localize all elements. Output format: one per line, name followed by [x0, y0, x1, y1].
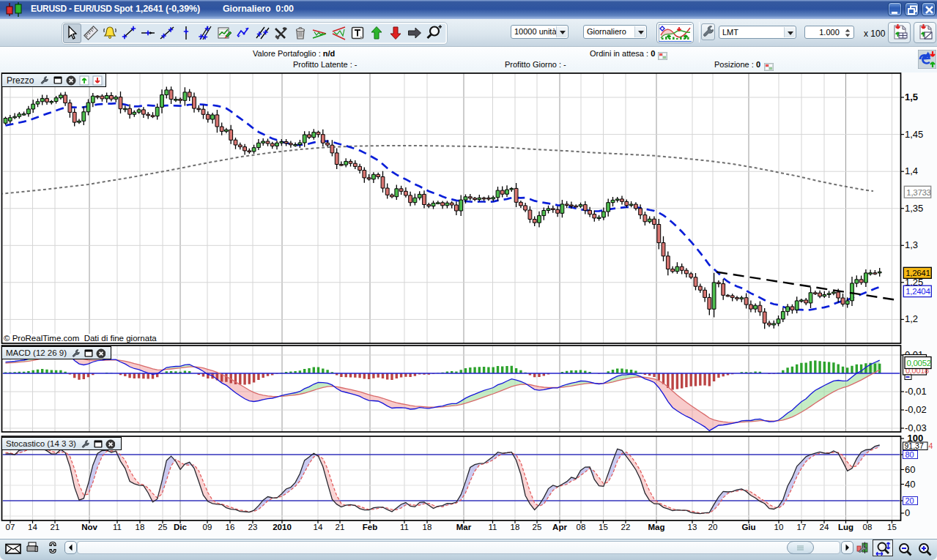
svg-text:21: 21	[51, 523, 60, 531]
svg-text:80: 80	[905, 450, 914, 459]
svg-text:15: 15	[887, 523, 897, 531]
svg-text:Mar: Mar	[456, 523, 472, 531]
svg-text:1,35: 1,35	[905, 203, 923, 214]
svg-text:91,37: 91,37	[905, 441, 924, 450]
svg-text:15: 15	[599, 523, 608, 531]
svg-text:1,2641: 1,2641	[905, 269, 930, 277]
svg-text:14: 14	[28, 523, 37, 531]
svg-text:1,3: 1,3	[905, 239, 918, 250]
svg-text:1,45: 1,45	[905, 129, 923, 140]
svg-text:16: 16	[226, 523, 235, 531]
svg-text:1,2404: 1,2404	[905, 287, 930, 296]
svg-text:-0,01: -0,01	[905, 386, 927, 397]
svg-text:18: 18	[423, 523, 432, 531]
svg-text:Mag: Mag	[648, 523, 665, 531]
svg-text:1,3733: 1,3733	[906, 188, 930, 197]
svg-text:1,2: 1,2	[905, 313, 918, 324]
svg-text:10: 10	[774, 523, 784, 531]
svg-text:11: 11	[400, 523, 409, 531]
svg-text:40: 40	[905, 479, 915, 490]
svg-text:25: 25	[158, 523, 168, 531]
svg-text:17: 17	[797, 523, 807, 531]
svg-text:13: 13	[688, 523, 697, 531]
svg-text:24: 24	[820, 523, 829, 531]
svg-text:Nov: Nov	[81, 523, 97, 531]
svg-text:18: 18	[136, 523, 145, 531]
svg-text:20: 20	[905, 496, 914, 505]
svg-text:25: 25	[533, 523, 542, 531]
svg-text:Apr: Apr	[552, 523, 567, 531]
svg-text:08: 08	[577, 523, 586, 531]
svg-text:23: 23	[248, 523, 258, 531]
svg-text:18: 18	[511, 523, 520, 531]
svg-text:11: 11	[113, 523, 122, 531]
svg-text:07: 07	[6, 523, 15, 531]
svg-text:Lug: Lug	[838, 523, 853, 531]
svg-text:21: 21	[336, 523, 345, 531]
svg-text:11: 11	[489, 523, 497, 531]
svg-text:2010: 2010	[273, 523, 292, 531]
svg-text:20: 20	[708, 523, 718, 531]
svg-text:22: 22	[621, 523, 631, 531]
svg-text:1,4: 1,4	[905, 165, 918, 176]
svg-text:Feb: Feb	[363, 523, 377, 531]
svg-text:09: 09	[203, 523, 212, 531]
svg-text:Dic: Dic	[174, 523, 188, 531]
svg-text:-0,02: -0,02	[905, 404, 927, 415]
svg-text:14: 14	[314, 523, 323, 531]
svg-text:0,0052: 0,0052	[907, 359, 931, 367]
svg-text:60: 60	[905, 464, 915, 475]
svg-text:4: 4	[929, 441, 933, 450]
svg-text:0: 0	[905, 507, 910, 518]
svg-text:-0,03: -0,03	[905, 422, 927, 433]
svg-text:Giu: Giu	[741, 523, 755, 531]
svg-text:1,5: 1,5	[905, 92, 918, 102]
svg-text:08: 08	[863, 523, 873, 531]
